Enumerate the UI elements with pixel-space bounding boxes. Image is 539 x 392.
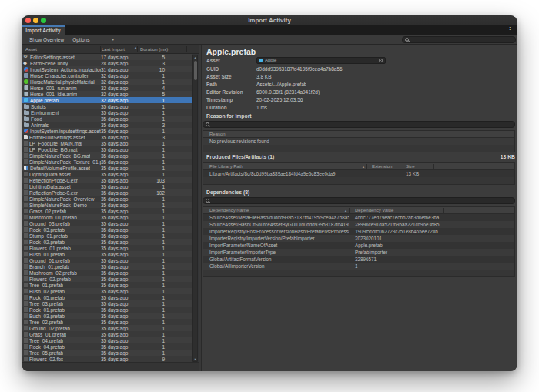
reason-search-input[interactable] bbox=[210, 122, 512, 128]
asset-row[interactable]: Tree_04.prefab35 days ago1 bbox=[22, 337, 192, 343]
asset-name: Scripts bbox=[31, 104, 46, 109]
asset-row[interactable]: Food35 days ago1 bbox=[22, 116, 192, 122]
asset-row[interactable]: Grass_02.prefab35 days ago1 bbox=[22, 208, 192, 214]
dim-icon bbox=[24, 270, 28, 275]
field-value-asset-size: 3.8 KB bbox=[256, 74, 272, 79]
asset-row[interactable]: Rock_03.prefab35 days ago1 bbox=[22, 226, 192, 233]
asset-row[interactable]: LP_FoodLite_BG.mat35 days ago1 bbox=[22, 146, 192, 152]
asset-row[interactable]: Mushroom_01.prefab35 days ago1 bbox=[22, 214, 192, 220]
asset-row[interactable]: Tree_01.prefab35 days ago1 bbox=[22, 282, 192, 288]
reason-search-field[interactable] bbox=[203, 121, 515, 128]
asset-row[interactable]: Ground_01.prefab35 days ago1 bbox=[22, 257, 192, 263]
asset-row[interactable]: Horse Character.controller32 days ago1 bbox=[22, 72, 192, 79]
asset-row[interactable]: SimpleNaturePack_Overview35 days ago1 bbox=[22, 196, 192, 202]
asset-row[interactable]: InputSystem_Actions.inputactions31 days … bbox=[22, 66, 192, 72]
asset-row[interactable]: Rock_02.prefab35 days ago1 bbox=[22, 239, 192, 245]
asset-row[interactable]: Horse_001_idle.anim32 days ago5 bbox=[22, 91, 192, 97]
asset-row[interactable]: LightingData.asset35 days ago1 bbox=[22, 171, 192, 177]
controller-icon bbox=[24, 73, 28, 78]
asset-row[interactable]: LightingData.asset35 days ago1 bbox=[22, 183, 192, 189]
kebab-menu-icon[interactable]: ⋮ bbox=[507, 25, 513, 35]
asset-row[interactable]: Flowers_02.prefab35 days ago1 bbox=[22, 276, 192, 282]
asset-row[interactable]: Scripts35 days ago1 bbox=[22, 103, 192, 109]
column-header-reason[interactable]: Reason bbox=[209, 131, 226, 138]
object-picker-icon[interactable] bbox=[379, 59, 383, 62]
options-dropdown[interactable]: Options ▾ bbox=[69, 35, 118, 45]
asset-row[interactable]: Tree_05.prefab35 days ago1 bbox=[22, 350, 192, 356]
asset-row[interactable]: Tree_02.prefab35 days ago1 bbox=[22, 319, 192, 325]
column-header-file-library-path[interactable]: File Library Path bbox=[209, 163, 243, 170]
column-header-duration[interactable]: Duration (ms) bbox=[140, 45, 168, 54]
asset-row[interactable]: Apple.prefab32 days ago1 bbox=[22, 97, 192, 103]
show-overview-button[interactable]: Show Overview bbox=[22, 35, 69, 45]
asset-row[interactable]: ReflectionProbe-0.exr35 days ago102 bbox=[22, 189, 192, 196]
asset-row[interactable]: Bush_01.prefab35 days ago1 bbox=[22, 251, 192, 257]
asset-row[interactable]: FarmScene.unity28 days ago3 bbox=[22, 60, 192, 66]
asset-row[interactable]: Rock_05.prefab35 days ago1 bbox=[22, 294, 192, 300]
dependency-row[interactable]: SourceAsset/MetaFileHash/d0ddd93953187fd… bbox=[203, 214, 514, 221]
column-header-dependency-value[interactable]: Dependency Value bbox=[355, 207, 393, 214]
scroll-down-icon[interactable]: ▼ bbox=[193, 357, 197, 361]
produced-row[interactable]: Library/Artifacts/8c/8c6d99ba889ae184fd4… bbox=[203, 170, 514, 177]
last-import-value: 35 days ago bbox=[101, 122, 137, 128]
scroll-up-icon[interactable]: ▲ bbox=[193, 55, 197, 59]
asset-row[interactable]: Ground_02.prefab35 days ago1 bbox=[22, 325, 192, 331]
dependency-row[interactable]: Global/ArtifactFormatVersion32896571 bbox=[203, 256, 514, 263]
options-dropdown-label: Options bbox=[72, 35, 89, 45]
tab-import-activity[interactable]: Import Activity bbox=[22, 25, 65, 35]
asset-object-field[interactable]: Apple bbox=[256, 57, 386, 64]
asset-row[interactable]: Bush_03.prefab35 days ago1 bbox=[22, 313, 192, 319]
asset-row[interactable]: DefaultVolumeProfile.asset35 days ago1 bbox=[22, 165, 192, 171]
asset-row[interactable]: Animals35 days ago3 bbox=[22, 122, 192, 128]
asset-row[interactable]: SimpleNaturePack_Texture_01.png35 days a… bbox=[22, 159, 192, 165]
asset-row[interactable]: EditorBuildSettings.asset35 days ago3 bbox=[22, 134, 192, 140]
column-header-asset[interactable]: Asset bbox=[25, 45, 37, 54]
column-header-last-import[interactable]: Last Import bbox=[102, 45, 125, 54]
scrollbar-thumb[interactable] bbox=[194, 61, 197, 80]
dependency-row[interactable]: ImportParameter/NameOfAssetApple.prefab bbox=[203, 242, 514, 249]
dependencies-search-field[interactable] bbox=[203, 197, 515, 204]
asset-row[interactable]: Ground_03.prefab35 days ago1 bbox=[22, 220, 192, 226]
asset-row[interactable]: HorseMaterial.physicMaterial32 days ago1 bbox=[22, 79, 192, 85]
dependency-row[interactable]: ImporterRegistry/PostProcessorVersionHas… bbox=[203, 228, 514, 235]
asset-row[interactable]: Stump_01.prefab35 days ago1 bbox=[22, 233, 192, 239]
asset-row[interactable]: Rock_01.prefab35 days ago1 bbox=[22, 307, 192, 313]
asset-row[interactable]: Grass_01.prefab35 days ago1 bbox=[22, 331, 192, 337]
duration-value: 1 bbox=[137, 344, 166, 350]
column-header-size[interactable]: Size bbox=[406, 163, 415, 170]
dependency-row[interactable]: SourceAsset/HashOfSourceAssetByGUID/d0dd… bbox=[203, 221, 514, 228]
asset-row[interactable]: Tree_03.prefab35 days ago1 bbox=[22, 300, 192, 307]
asset-row[interactable]: SimpleNaturePack_Demo35 days ago1 bbox=[22, 202, 192, 208]
dependency-row[interactable]: ImporterRegistry/ImporterVersion/PrefabI… bbox=[203, 235, 514, 242]
duration-value: 1 bbox=[137, 233, 166, 239]
asset-row[interactable]: Rock_04.prefab35 days ago1 bbox=[22, 343, 192, 350]
detail-search-field[interactable] bbox=[402, 36, 516, 43]
anim-icon bbox=[24, 85, 28, 90]
asset-name: SimpleNaturePack_Demo bbox=[29, 203, 87, 208]
last-import-value: 28 days ago bbox=[101, 61, 137, 66]
dependency-row[interactable]: Global/AllImporterVersion1 bbox=[203, 263, 514, 270]
asset-row[interactable]: Flowers_01.prefab35 days ago1 bbox=[22, 245, 192, 251]
asset-row[interactable]: Environment35 days ago1 bbox=[22, 109, 192, 116]
asset-row[interactable]: EditorSettings.asset17 days ago5 bbox=[22, 54, 192, 60]
last-import-value: 35 days ago bbox=[101, 209, 137, 214]
asset-row[interactable]: Flowers_02.fbx35 days ago9 bbox=[22, 356, 192, 362]
asset-row[interactable]: ReflectionProbe-0.exr35 days ago103 bbox=[22, 177, 192, 183]
asset-row[interactable]: Bush_02.prefab35 days ago1 bbox=[22, 288, 192, 294]
last-import-value: 32 days ago bbox=[101, 92, 137, 97]
asset-row[interactable]: LP_FoodLite_MAIN.mat35 days ago1 bbox=[22, 140, 192, 146]
dependency-row[interactable]: ImportParameter/ImporterTypePrefabImport… bbox=[203, 249, 514, 256]
asset-row[interactable]: InputSystem.inputsettings.asset35 days a… bbox=[22, 128, 192, 134]
dependencies-search-input[interactable] bbox=[210, 198, 512, 204]
detail-search-input[interactable] bbox=[410, 37, 513, 43]
list-scrollbar[interactable]: ▲ ▼ bbox=[192, 55, 198, 362]
duration-value: 3 bbox=[137, 61, 166, 66]
asset-row[interactable]: Branch_01.prefab35 days ago1 bbox=[22, 263, 192, 270]
field-value-path: Assets/.../Apple.prefab bbox=[256, 82, 306, 87]
asset-row[interactable]: Mushroom_02.prefab35 days ago1 bbox=[22, 270, 192, 276]
asset-row[interactable]: SimpleNaturePack_BG.mat35 days ago1 bbox=[22, 152, 192, 159]
asset-row[interactable]: Horse_001_run.anim32 days ago4 bbox=[22, 85, 192, 91]
column-header-extension[interactable]: Extension bbox=[372, 163, 392, 170]
reason-row[interactable]: No previous revisions found bbox=[203, 138, 514, 145]
column-header-dependency-name[interactable]: Dependency Name bbox=[209, 207, 249, 214]
